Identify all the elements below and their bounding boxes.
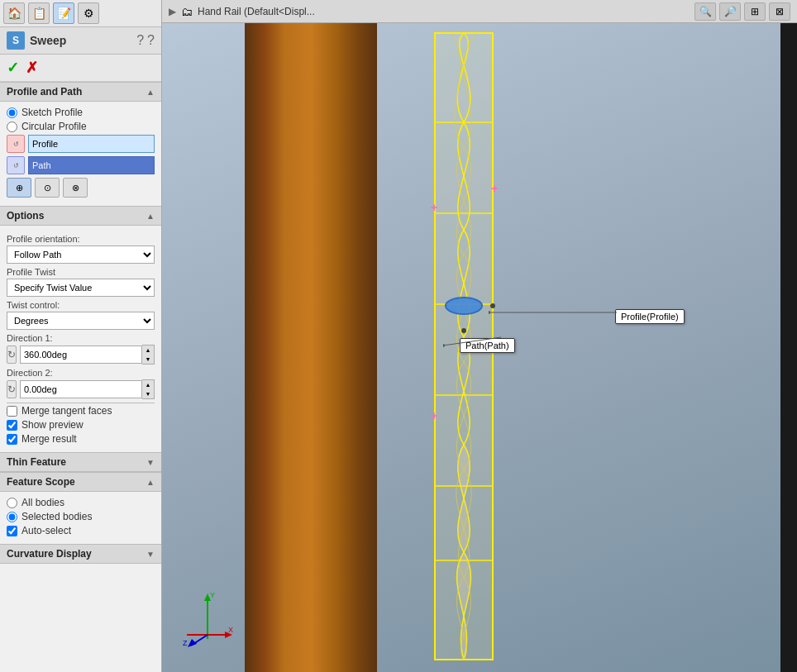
feature-manager-button[interactable]: 📋 — [28, 2, 50, 24]
direction1-up[interactable]: ▲ — [142, 346, 154, 355]
help-button[interactable]: ? — [136, 33, 144, 48]
curvature-display-label: Curvature Display — [7, 548, 92, 560]
panel-actions: ? ? — [136, 33, 155, 48]
sketch-profile-radio[interactable] — [7, 107, 17, 118]
selected-bodies-label[interactable]: Selected bodies — [21, 511, 92, 522]
show-preview-checkbox[interactable] — [7, 420, 17, 431]
assembly-icon: 🗂 — [181, 5, 193, 18]
selected-bodies-radio[interactable] — [7, 512, 17, 522]
path-field[interactable] — [28, 156, 155, 174]
direction1-input[interactable] — [20, 346, 142, 364]
direction2-row: ↻ ▲ ▼ — [7, 379, 155, 399]
callout-path: Path(Path) — [460, 338, 515, 353]
wood-post — [245, 23, 377, 672]
thin-feature-header[interactable]: Thin Feature ▼ — [0, 452, 161, 472]
all-bodies-label[interactable]: All bodies — [21, 497, 64, 508]
direction2-icon[interactable]: ↻ — [7, 380, 17, 398]
breadcrumb-arrow: ▶ — [169, 6, 176, 17]
direction2-up[interactable]: ▲ — [142, 380, 154, 389]
show-preview-row: Show preview — [7, 419, 155, 431]
svg-text:Z: Z — [183, 639, 188, 647]
property-manager-button[interactable]: 📝 — [53, 2, 74, 24]
direction2-input[interactable] — [20, 380, 142, 398]
profile-orientation-dropdown[interactable]: Follow Path Keep Normal Constant — [7, 245, 155, 264]
callout-path-text: Path(Path) — [465, 341, 509, 350]
curvature-display-header[interactable]: Curvature Display ▼ — [0, 544, 161, 564]
config-manager-button[interactable]: ⚙ — [78, 2, 99, 24]
toolbar: 🏠 📋 📝 ⚙ — [0, 0, 161, 27]
direction1-label: Direction 1: — [7, 333, 155, 343]
options-divider — [7, 403, 155, 403]
callout-profile-text: Profile(Profile) — [621, 312, 679, 322]
svg-text:X: X — [228, 626, 233, 634]
ok-cancel-row: ✓ ✗ — [0, 55, 161, 82]
svg-marker-24 — [188, 639, 197, 647]
viewport[interactable]: + + + Path(Path) Profile(Profile) — [162, 23, 797, 672]
all-bodies-row: All bodies — [7, 497, 155, 508]
icon-btn-3[interactable]: ⊗ — [63, 178, 88, 198]
profile-and-path-header[interactable]: Profile and Path ▲ — [0, 82, 161, 102]
merge-tangent-checkbox[interactable] — [7, 406, 17, 417]
direction2-spinners: ▲ ▼ — [142, 379, 155, 399]
profile-twist-dropdown[interactable]: Specify Twist Value Twist Along Path — [7, 279, 155, 297]
cancel-button[interactable]: ✗ — [26, 59, 38, 77]
view-btn-1[interactable]: 🔍 — [694, 2, 716, 21]
merge-tangent-row: Merge tangent faces — [7, 405, 155, 417]
sketch-profile-label[interactable]: Sketch Profile — [21, 107, 83, 118]
show-preview-label[interactable]: Show preview — [21, 419, 84, 431]
icon-btn-1[interactable]: ⊕ — [7, 178, 31, 198]
feature-scope-chevron: ▲ — [146, 478, 155, 487]
svg-text:+: + — [491, 182, 498, 195]
home-button[interactable]: 🏠 — [3, 2, 25, 24]
scene: + + + Path(Path) Profile(Profile) — [162, 23, 797, 672]
merge-tangent-label[interactable]: Merge tangent faces — [21, 405, 112, 417]
view-btn-4[interactable]: ⊠ — [769, 2, 790, 21]
axes-indicator: Y X Z — [179, 589, 236, 647]
options-chevron: ▲ — [146, 212, 155, 221]
twist-control-label: Twist control: — [7, 300, 155, 310]
path-input-icon[interactable]: ↺ — [7, 156, 25, 174]
feature-scope-content: All bodies Selected bodies Auto-select — [0, 492, 161, 544]
breadcrumb: Hand Rail (Default<Displ... — [198, 6, 315, 17]
profile-input-icon[interactable]: ↺ — [7, 135, 25, 153]
auto-select-checkbox[interactable] — [7, 526, 17, 536]
auto-select-row: Auto-select — [7, 525, 155, 536]
ok-button[interactable]: ✓ — [7, 59, 19, 77]
profile-and-path-label: Profile and Path — [7, 86, 82, 98]
selected-bodies-row: Selected bodies — [7, 511, 155, 522]
auto-select-label[interactable]: Auto-select — [21, 525, 71, 536]
merge-result-row: Merge result — [7, 433, 155, 445]
direction2-down[interactable]: ▼ — [142, 389, 154, 398]
thin-feature-label: Thin Feature — [7, 456, 66, 468]
profile-twist-label: Profile Twist — [7, 267, 155, 277]
help2-button[interactable]: ? — [147, 33, 155, 48]
circular-profile-radio[interactable] — [7, 122, 17, 132]
profile-and-path-content: Sketch Profile Circular Profile ↺ ↺ ⊕ ⊙ … — [0, 102, 161, 206]
top-bar-actions: 🔍 🔎 ⊞ ⊠ — [694, 2, 790, 21]
circular-profile-label[interactable]: Circular Profile — [21, 121, 87, 132]
svg-text:+: + — [431, 409, 437, 422]
path-input-row: ↺ — [7, 156, 155, 174]
svg-point-11 — [490, 303, 495, 308]
options-header[interactable]: Options ▲ — [0, 206, 161, 226]
twist-control-dropdown[interactable]: Degrees Radians — [7, 312, 155, 330]
all-bodies-radio[interactable] — [7, 498, 17, 508]
options-label: Options — [7, 210, 44, 222]
panel-title: Sweep — [30, 34, 131, 47]
view-btn-2[interactable]: 🔎 — [719, 2, 741, 21]
options-content: Profile orientation: Follow Path Keep No… — [0, 226, 161, 452]
profile-orientation-row: Follow Path Keep Normal Constant — [7, 245, 155, 264]
merge-result-checkbox[interactable] — [7, 434, 17, 445]
direction1-down[interactable]: ▼ — [142, 355, 154, 364]
icon-btn-2[interactable]: ⊙ — [35, 178, 60, 198]
svg-point-10 — [446, 298, 482, 314]
view-btn-3[interactable]: ⊞ — [744, 2, 766, 21]
curvature-display-chevron: ▼ — [146, 550, 155, 559]
feature-scope-header[interactable]: Feature Scope ▲ — [0, 472, 161, 492]
sweep-icon-btns: ⊕ ⊙ ⊗ — [7, 178, 155, 198]
merge-result-label[interactable]: Merge result — [21, 433, 77, 445]
profile-field[interactable] — [28, 135, 155, 153]
circular-profile-row: Circular Profile — [7, 121, 155, 132]
svg-point-12 — [461, 328, 466, 333]
direction1-icon[interactable]: ↻ — [7, 346, 17, 364]
